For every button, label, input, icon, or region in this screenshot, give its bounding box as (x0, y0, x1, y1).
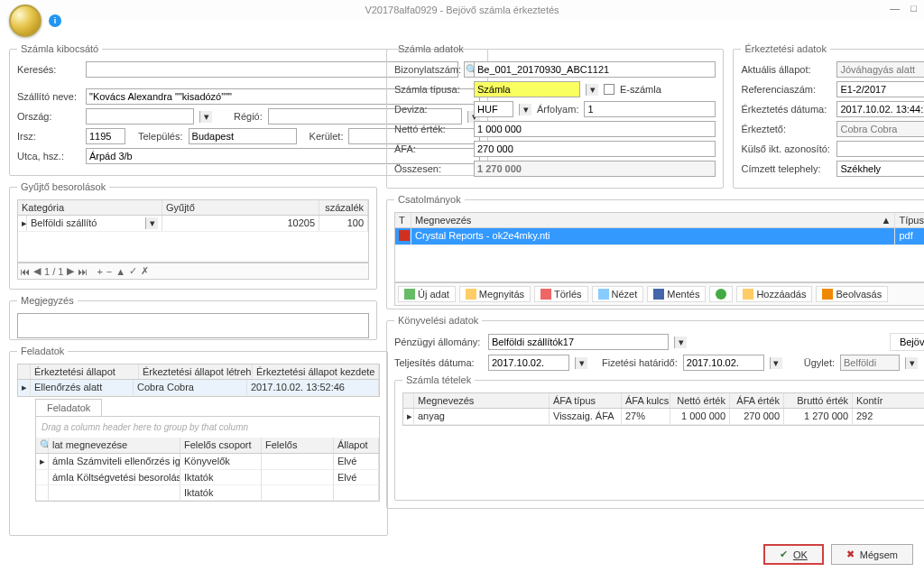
invoice-type-select[interactable] (474, 81, 580, 97)
sub-state-header[interactable]: Állapot (334, 438, 379, 453)
dropdown-icon[interactable]: ▾ (575, 357, 587, 369)
task-start-header[interactable]: Érkeztetési állapot kezdete (253, 364, 379, 379)
pager: ⏮ ◀ 1 / 1 ▶ ⏭ + − ▲ ✓ ✗ (17, 263, 369, 280)
district-label: Kerület: (310, 131, 344, 142)
col-percent-header[interactable]: százalék (319, 200, 368, 215)
subtask-row[interactable]: ▸ ámla Számviteli ellenőrzés igény… Köny… (36, 454, 379, 470)
pager-last-icon[interactable]: ⏭ (78, 266, 88, 277)
dropdown-icon[interactable]: ▾ (145, 217, 158, 229)
dropdown-icon[interactable]: ▾ (519, 104, 531, 115)
dropdown-icon[interactable]: ▾ (674, 337, 687, 348)
task-creator-header[interactable]: Érkeztetési állapot létrehozó (139, 364, 253, 379)
attachments-group: Csatolmányok T Megnevezés ▲ Típus G A E … (386, 194, 924, 309)
drag-hint: Drag a column header here to group by th… (36, 417, 379, 438)
read-icon (822, 289, 833, 300)
receipt-date-input[interactable] (836, 101, 924, 117)
delete-button[interactable]: Törlés (534, 286, 588, 302)
add-icon (743, 289, 753, 300)
total-input (474, 161, 716, 177)
check-icon: ✔ (780, 549, 788, 560)
incoming-invoice-button[interactable]: Bejövő számla … (890, 333, 924, 351)
sub-name-header[interactable]: lat megnevezése (49, 438, 180, 453)
line-row[interactable]: ▸ anyag Visszaig. ÁFA 27% 1 000 000 270 … (403, 409, 924, 425)
note-input[interactable] (17, 313, 369, 338)
booking-group: Könyvelési adatok Pénzügyi állomány: ▾ B… (386, 315, 924, 509)
pager-prev-icon[interactable]: ◀ (33, 265, 41, 277)
receipt-legend: Érkeztetési adatok (741, 43, 830, 54)
country-input[interactable] (86, 108, 194, 125)
city-input[interactable] (189, 128, 297, 144)
col-category-header[interactable]: Kategória (18, 200, 162, 215)
view-icon (598, 289, 609, 300)
rate-input[interactable] (584, 101, 716, 117)
collectors-legend: Gyűjtő besorolások (17, 181, 109, 192)
sub-owner-header[interactable]: Felelős (262, 438, 334, 453)
collectors-group: Gyűjtő besorolások Kategória Gyűjtő száz… (9, 181, 377, 290)
invoice-group: Számla adatok Bizonylatszám: Számla típu… (386, 43, 724, 189)
note-group: Megjegyzés (9, 295, 377, 340)
receipt-group: Érkeztetési adatok Aktuális állapot: Ref… (733, 43, 924, 189)
currency-select[interactable] (474, 101, 513, 117)
title-bar: V20178alfa0929 - Bejövő számla érkezteté… (0, 0, 924, 20)
add-button[interactable]: Hozzáadás (736, 286, 812, 302)
pager-check-icon[interactable]: ✓ (129, 265, 137, 277)
task-row[interactable]: ▸ ⊟ Ellenőrzés alatt Cobra Cobra 2017.10… (18, 380, 379, 396)
cancel-button[interactable]: ✖Mégsem (831, 544, 913, 565)
ok-button[interactable]: ✔OK (763, 544, 824, 565)
attachments-legend: Csatolmányok (394, 194, 465, 205)
ref-input[interactable] (836, 81, 924, 97)
note-legend: Megjegyzés (17, 295, 78, 306)
pager-cancel-icon[interactable]: ✗ (141, 265, 149, 277)
country-dropdown-icon[interactable]: ▾ (199, 111, 212, 123)
vat-input[interactable] (474, 141, 716, 157)
pager-first-icon[interactable]: ⏮ (20, 266, 30, 277)
pager-del-icon[interactable]: − (106, 266, 112, 277)
save-icon (653, 289, 664, 300)
dropdown-icon[interactable]: ▾ (770, 357, 782, 369)
extid-input[interactable] (836, 141, 924, 157)
task-status-header[interactable]: Érkeztetési állapot (31, 364, 139, 379)
perf-date-input[interactable] (488, 355, 569, 371)
pager-add-icon[interactable]: + (97, 266, 102, 277)
due-date-input[interactable] (683, 355, 764, 371)
einvoice-checkbox[interactable] (604, 84, 614, 95)
pager-next-icon[interactable]: ▶ (67, 265, 74, 277)
open-button[interactable]: Megnyitás (459, 286, 531, 302)
search-column-icon[interactable]: 🔍 (36, 438, 49, 453)
stock-select[interactable] (488, 334, 669, 350)
net-input[interactable] (474, 121, 716, 137)
delete-icon (541, 289, 551, 300)
subtask-row[interactable]: Iktatók (36, 485, 379, 501)
issuer-legend: Számla kibocsátó (17, 43, 102, 54)
attachment-row[interactable]: Crystal Reports - ok2e4mky.nti pdf (395, 228, 924, 245)
new-icon (404, 289, 415, 300)
minimize-icon[interactable]: — (890, 3, 900, 14)
site-select[interactable] (836, 161, 924, 177)
zip-input[interactable] (86, 128, 125, 144)
ok-round-button[interactable] (709, 286, 733, 302)
zip-label: Irsz: (17, 131, 80, 142)
docnum-input[interactable] (474, 61, 716, 78)
view-button[interactable]: Nézet (592, 286, 644, 302)
tasks-tab[interactable]: Feladatok (35, 399, 102, 416)
country-label: Ország: (17, 111, 80, 122)
col-collector-header[interactable]: Gyűjtő (162, 200, 319, 215)
lines-group: Számla tételek Megnevezés ÁFA típus ÁFA … (394, 374, 924, 501)
new-button[interactable]: Új adat (398, 286, 456, 302)
pager-page: 1 / 1 (44, 266, 63, 277)
window-title: V20178alfa0929 - Bejövő számla érkezteté… (365, 5, 559, 15)
dropdown-icon[interactable]: ▾ (586, 84, 598, 96)
pager-edit-icon[interactable]: ▲ (116, 266, 125, 277)
attach-name-header[interactable]: Megnevezés ▲ (411, 213, 895, 227)
subtask-row[interactable]: ámla Költségvetési besorolási ig… Iktató… (36, 470, 379, 485)
info-icon[interactable]: i (49, 14, 61, 27)
check-icon (716, 289, 726, 300)
collector-row[interactable]: ▸ Belföldi szállító▾ 10205 100 (18, 216, 368, 232)
save-button[interactable]: Mentés (647, 286, 706, 302)
sub-group-header[interactable]: Felelős csoport (180, 438, 262, 453)
dropdown-icon[interactable]: ▾ (905, 357, 918, 369)
tasks-group: Feladatok Érkeztetési állapot Érkeztetés… (9, 346, 388, 536)
read-button[interactable]: Beolvasás (816, 286, 888, 302)
deal-select (840, 355, 900, 371)
maximize-icon[interactable]: □ (910, 3, 917, 14)
